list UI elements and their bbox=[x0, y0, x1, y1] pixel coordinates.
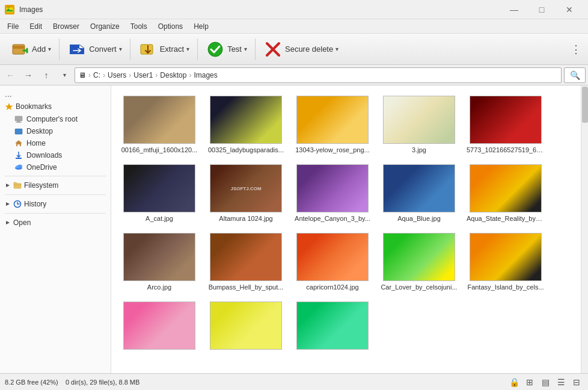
file-item[interactable]: capricorn1024.jpg bbox=[290, 229, 375, 295]
forward-button[interactable]: → bbox=[20, 67, 36, 83]
svg-marker-19 bbox=[6, 184, 10, 187]
file-name: A_cat.jpg bbox=[120, 215, 198, 222]
extract-label: Extract bbox=[160, 45, 184, 54]
lock-button[interactable]: 🔒 bbox=[507, 376, 521, 389]
sidebar-open-header[interactable]: Open bbox=[0, 216, 111, 229]
secure-delete-button[interactable]: Secure delete ▾ bbox=[258, 37, 344, 61]
dropdown-button[interactable]: ▾ bbox=[57, 67, 72, 83]
convert-dropdown-arrow[interactable]: ▾ bbox=[119, 46, 122, 52]
file-item[interactable]: 5773_102166527519_69... bbox=[464, 91, 548, 158]
file-item[interactable]: A_cat.jpg bbox=[117, 160, 201, 226]
menu-browser[interactable]: Browser bbox=[48, 21, 84, 32]
home-label: Home bbox=[26, 139, 46, 147]
onedrive-icon bbox=[14, 163, 23, 172]
title-bar: Images — □ ✕ bbox=[0, 0, 588, 19]
file-item[interactable]: Fantasy_Island_by_cels... bbox=[464, 229, 548, 295]
view-grid-button[interactable]: ⊞ bbox=[523, 376, 536, 389]
toolbar-more-button[interactable]: ⋮ bbox=[569, 37, 583, 61]
file-name: Antelope_Canyon_3_by... bbox=[293, 215, 372, 222]
title-bar-controls: — □ ✕ bbox=[500, 0, 583, 19]
file-name: Bumpass_Hell_by_sput... bbox=[207, 283, 285, 291]
disk-info: 8.2 GB free (42%) bbox=[5, 379, 58, 386]
file-item[interactable]: 00325_ladybugsparadis... bbox=[204, 91, 288, 158]
file-item[interactable] bbox=[117, 297, 201, 356]
menu-options[interactable]: Options bbox=[153, 21, 188, 32]
search-button[interactable]: 🔍 bbox=[564, 67, 586, 83]
breadcrumb-c[interactable]: C: bbox=[93, 71, 100, 79]
sidebar-item-downloads[interactable]: Downloads bbox=[0, 149, 111, 161]
svg-marker-5 bbox=[70, 45, 84, 54]
convert-button[interactable]: Convert ▾ bbox=[62, 37, 127, 61]
file-item[interactable]: 13043-yelow_rose_png... bbox=[290, 91, 375, 158]
view-list-button[interactable]: ▤ bbox=[539, 376, 552, 389]
sidebar-item-onedrive[interactable]: OneDrive bbox=[0, 161, 111, 173]
toolbar: Add ▾ Convert ▾ Extract ▾ bbox=[0, 34, 588, 65]
file-name: Aqua_Blue.jpg bbox=[380, 215, 458, 222]
file-item[interactable] bbox=[204, 297, 288, 356]
file-item[interactable]: JSOFTJ.COMAltamura 1024.jpg bbox=[204, 160, 288, 226]
toolbar-sep-3 bbox=[197, 39, 198, 60]
svg-rect-12 bbox=[17, 121, 20, 122]
desktop-icon bbox=[14, 127, 23, 135]
file-item[interactable] bbox=[290, 297, 375, 356]
address-bar: 🖥 › C: › Users › User1 › Desktop › Image… bbox=[75, 67, 562, 83]
file-item[interactable]: Car_Lover_by_celsojuni... bbox=[377, 229, 461, 295]
file-item[interactable]: Antelope_Canyon_3_by... bbox=[290, 160, 375, 226]
file-item[interactable]: Bumpass_Hell_by_sput... bbox=[204, 229, 288, 295]
extract-icon bbox=[138, 40, 158, 59]
view-thumbs-button[interactable]: ⊟ bbox=[570, 376, 583, 389]
sidebar-filesystem-header[interactable]: Filesystem bbox=[0, 179, 111, 192]
menu-tools[interactable]: Tools bbox=[126, 21, 152, 32]
extract-dropdown-arrow[interactable]: ▾ bbox=[186, 46, 189, 52]
test-button[interactable]: Test ▾ bbox=[200, 37, 253, 61]
menu-organize[interactable]: Organize bbox=[85, 21, 124, 32]
file-item[interactable]: Aqua_Blue.jpg bbox=[377, 160, 461, 226]
sidebar-dots[interactable]: ... bbox=[0, 88, 111, 100]
sidebar-item-desktop[interactable]: Desktop bbox=[0, 125, 111, 137]
open-label: Open bbox=[13, 218, 31, 227]
test-dropdown-arrow[interactable]: ▾ bbox=[244, 46, 247, 52]
menu-file[interactable]: File bbox=[2, 21, 23, 32]
svg-rect-1 bbox=[7, 6, 10, 8]
close-button[interactable]: ✕ bbox=[556, 0, 583, 19]
view-details-button[interactable]: ☰ bbox=[554, 376, 568, 389]
address-bar-row: ← → ↑ ▾ 🖥 › C: › Users › User1 › Desktop… bbox=[0, 65, 588, 85]
up-button[interactable]: ↑ bbox=[38, 67, 54, 83]
breadcrumb-images[interactable]: Images bbox=[194, 71, 217, 79]
file-name: 13043-yelow_rose_png... bbox=[293, 146, 372, 153]
extract-button[interactable]: Extract ▾ bbox=[133, 37, 195, 61]
downloads-icon bbox=[14, 151, 23, 159]
menu-help[interactable]: Help bbox=[189, 21, 213, 32]
scrollbar-thumb[interactable] bbox=[582, 87, 588, 123]
sidebar-history-header[interactable]: History bbox=[0, 197, 111, 211]
svg-marker-21 bbox=[6, 202, 10, 206]
sidebar-bookmarks-header[interactable]: Bookmarks bbox=[0, 100, 111, 113]
file-name: 5773_102166527519_69... bbox=[467, 146, 545, 153]
add-dropdown-arrow[interactable]: ▾ bbox=[48, 46, 51, 52]
open-chevron-icon bbox=[5, 220, 11, 226]
app-icon bbox=[5, 5, 14, 14]
desktop-label: Desktop bbox=[26, 127, 53, 135]
sidebar-divider-3 bbox=[5, 213, 106, 214]
sidebar-item-computer-root[interactable]: Computer's root bbox=[0, 113, 111, 125]
file-name: capricorn1024.jpg bbox=[293, 283, 372, 291]
file-name: Aqua_State_Reality_by_... bbox=[467, 215, 545, 222]
file-item[interactable]: Aqua_State_Reality_by_... bbox=[464, 160, 548, 226]
sidebar-item-home[interactable]: Home bbox=[0, 137, 111, 149]
breadcrumb-user1[interactable]: User1 bbox=[133, 71, 153, 79]
file-item[interactable]: 00166_mtfuji_1600x120... bbox=[117, 91, 201, 158]
file-item[interactable]: Arco.jpg bbox=[117, 229, 201, 295]
breadcrumb-desktop[interactable]: Desktop bbox=[160, 71, 186, 79]
back-button[interactable]: ← bbox=[2, 67, 18, 83]
toolbar-sep-1 bbox=[59, 39, 60, 60]
file-item[interactable]: 3.jpg bbox=[377, 91, 461, 158]
secure-delete-dropdown-arrow[interactable]: ▾ bbox=[335, 46, 338, 52]
secure-delete-icon bbox=[263, 40, 283, 59]
add-button[interactable]: Add ▾ bbox=[5, 37, 57, 61]
breadcrumb-users[interactable]: Users bbox=[108, 71, 126, 79]
menu-edit[interactable]: Edit bbox=[25, 21, 47, 32]
scrollbar-track[interactable] bbox=[581, 85, 588, 373]
svg-marker-23 bbox=[6, 221, 10, 224]
maximize-button[interactable]: □ bbox=[528, 0, 556, 19]
minimize-button[interactable]: — bbox=[500, 0, 528, 19]
